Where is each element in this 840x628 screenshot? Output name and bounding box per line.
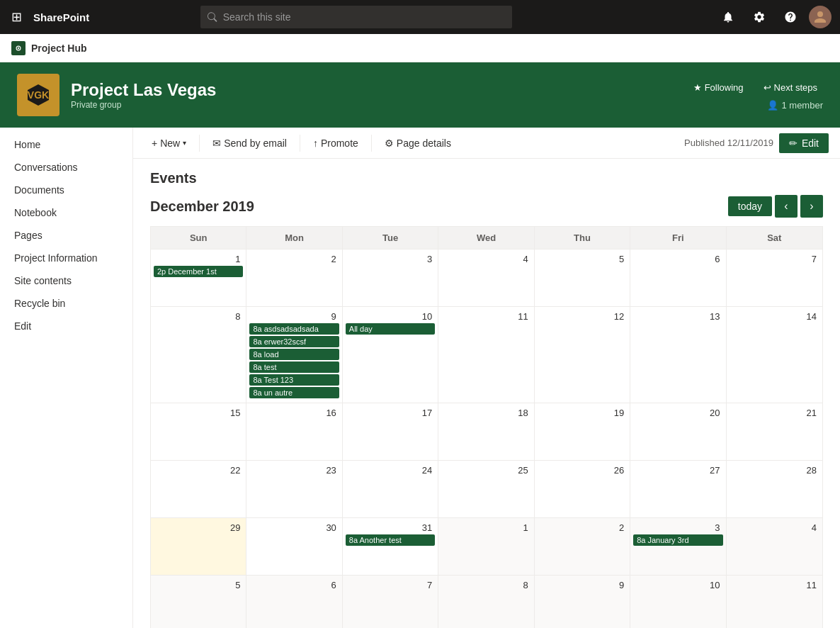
cal-event[interactable]: 8a load [249,349,339,360]
day-number: 9 [249,310,339,323]
cal-cell-dec4[interactable]: 4 [438,249,534,306]
prev-month-button[interactable]: ‹ [775,195,798,218]
cal-cell-dec19[interactable]: 19 [535,403,630,460]
sidebar-item-pages[interactable]: Pages [0,224,132,247]
cal-cell-dec16[interactable]: 16 [246,403,342,460]
cal-event[interactable]: 8a erwer32scsf [249,336,339,347]
cal-cell-dec13[interactable]: 13 [630,307,726,403]
cal-event[interactable]: 2p December 1st [154,266,243,277]
cal-cell-dec1[interactable]: 1 2p December 1st [151,249,246,306]
cal-cell-dec17[interactable]: 17 [343,403,438,460]
calendar-days-header: Sun Mon Tue Wed Thu Fri Sat [151,227,822,249]
cal-cell-dec15[interactable]: 15 [151,403,246,460]
cal-cell-dec30[interactable]: 30 [246,518,342,575]
cal-cell-jan9[interactable]: 9 [535,576,630,628]
cal-cell-jan1[interactable]: 1 [438,518,534,575]
cal-cell-dec10[interactable]: 10 All day [343,307,438,403]
promote-button[interactable]: ↑ Promote [306,133,365,153]
sidebar-item-edit[interactable]: Edit [0,315,132,337]
cal-event[interactable]: 8a un autre [249,387,339,398]
star-icon: ★ [693,82,702,93]
day-number: 5 [154,578,243,592]
svg-point-0 [817,11,823,17]
day-number: 4 [730,521,819,534]
cal-cell-jan4[interactable]: 4 [727,518,822,575]
cal-cell-dec7[interactable]: 7 [727,249,822,306]
following-button[interactable]: ★ Following [688,79,749,96]
day-header-tue: Tue [343,227,438,249]
cal-cell-dec9[interactable]: 9 8a asdsadsadsada 8a erwer32scsf 8a loa… [246,307,342,403]
search-input[interactable] [223,11,506,23]
next-steps-button[interactable]: ↩ Next steps [758,79,823,96]
cal-cell-dec2[interactable]: 2 [246,249,342,306]
cal-event[interactable]: All day [346,323,435,335]
cal-cell-jan2[interactable]: 2 [535,518,630,575]
cal-cell-dec22[interactable]: 22 [151,461,246,517]
edit-button[interactable]: ✏ Edit [779,133,829,153]
cal-cell-dec24[interactable]: 24 [343,461,438,517]
sidebar-item-project-information[interactable]: Project Information [0,247,132,269]
cal-event[interactable]: 8a test [249,361,339,373]
search-bar [200,6,512,28]
cal-cell-dec20[interactable]: 20 [630,403,726,460]
sidebar-item-conversations[interactable]: Conversations [0,156,132,179]
cal-cell-jan7[interactable]: 7 [343,576,438,628]
sidebar-item-home[interactable]: Home [0,133,132,156]
sharepoint-logo[interactable]: SharePoint [33,11,89,23]
cal-cell-dec12[interactable]: 12 [535,307,630,403]
hub-bar: Project Hub [0,34,840,62]
cal-cell-dec23[interactable]: 23 [246,461,342,517]
cal-event[interactable]: 8a Test 123 [249,374,339,386]
help-icon[interactable] [778,4,803,30]
sidebar-item-notebook[interactable]: Notebook [0,201,132,224]
cal-cell-jan11[interactable]: 11 [727,576,822,628]
cal-cell-dec14[interactable]: 14 [727,307,822,403]
app-grid-icon[interactable]: ⊞ [8,6,25,28]
cal-cell-jan8[interactable]: 8 [438,576,534,628]
sidebar-item-recycle-bin[interactable]: Recycle bin [0,292,132,315]
user-avatar[interactable] [809,6,832,28]
cal-event[interactable]: 8a asdsadsadsada [249,323,339,335]
calendar-body: 1 2p December 1st 2 3 4 5 6 7 8 [151,249,822,628]
cal-cell-dec28[interactable]: 28 [727,461,822,517]
next-month-button[interactable]: › [800,195,823,218]
cal-event[interactable]: 8a Another test [346,534,435,546]
sidebar-item-site-contents[interactable]: Site contents [0,269,132,292]
cal-cell-dec5[interactable]: 5 [535,249,630,306]
settings-icon[interactable] [747,4,772,30]
cal-cell-dec6[interactable]: 6 [630,249,726,306]
day-number: 2 [538,521,627,534]
day-header-wed: Wed [438,227,534,249]
cal-cell-jan3[interactable]: 3 8a January 3rd [630,518,726,575]
day-number: 30 [249,521,339,534]
day-number: 22 [154,464,243,477]
cal-cell-dec21[interactable]: 21 [727,403,822,460]
cal-event[interactable]: 8a January 3rd [633,534,722,546]
calendar-month-title: December 2019 [150,198,254,215]
cal-cell-dec3[interactable]: 3 [343,249,438,306]
plus-icon: + [152,138,157,149]
cal-cell-dec18[interactable]: 18 [438,403,534,460]
svg-point-2 [18,47,19,48]
cal-cell-jan10[interactable]: 10 [630,576,726,628]
cal-cell-dec31[interactable]: 31 8a Another test [343,518,438,575]
cal-cell-dec29[interactable]: 29 [151,518,246,575]
notifications-icon[interactable] [715,4,741,30]
cal-cell-dec25[interactable]: 25 [438,461,534,517]
sidebar-item-documents[interactable]: Documents [0,179,132,201]
site-header-left: VGK Project Las Vegas Private group [17,74,216,116]
site-subtitle: Private group [71,100,216,110]
today-button[interactable]: today [728,196,772,216]
day-number: 1 [441,521,530,534]
page-details-button[interactable]: ⚙ Page details [378,133,458,153]
cal-cell-dec11[interactable]: 11 [438,307,534,403]
new-button[interactable]: + New ▾ [144,133,193,153]
send-by-email-button[interactable]: ✉ Send by email [205,133,294,153]
cal-cell-dec26[interactable]: 26 [535,461,630,517]
cal-cell-jan6[interactable]: 6 [246,576,342,628]
gear-small-icon: ⚙ [385,138,394,149]
toolbar-separator-3 [371,135,372,152]
cal-cell-jan5[interactable]: 5 [151,576,246,628]
cal-cell-dec8[interactable]: 8 [151,307,246,403]
cal-cell-dec27[interactable]: 27 [630,461,726,517]
